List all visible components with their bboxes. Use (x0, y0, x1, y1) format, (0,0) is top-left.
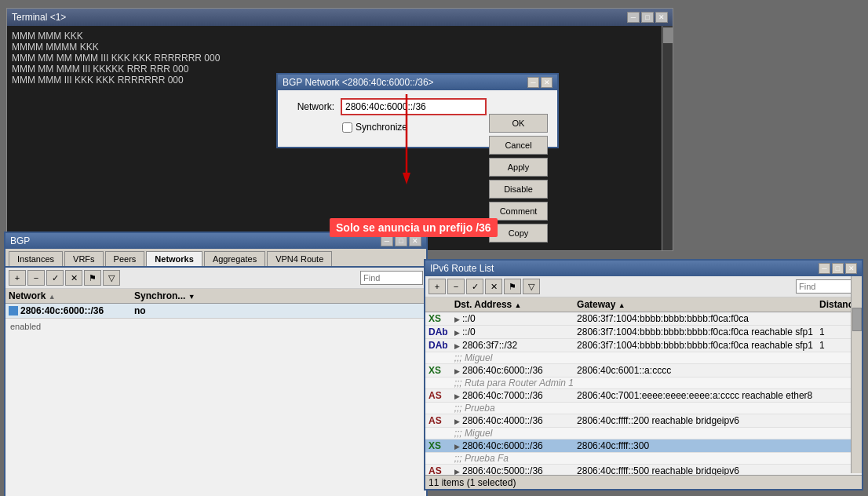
sync-cell: no (134, 305, 213, 316)
table-row[interactable]: ;;; Ruta para Router Admin 1 (425, 377, 862, 389)
ipv6-check-button[interactable]: ✓ (466, 279, 483, 294)
gateway-cell: 2806:40c:6001::a:cccc (574, 364, 816, 377)
copy-button[interactable]: Copy (489, 224, 548, 243)
ipv6-table-container: Dst. Address ▲ Gateway ▲ Distance XS ▶ :… (425, 297, 862, 479)
ipv6-find-input[interactable] (796, 279, 859, 294)
ipv6-titlebar: IPv6 Route List ─ □ ✕ (425, 261, 862, 276)
cancel-button[interactable]: Cancel (489, 136, 548, 155)
col-dst: Dst. Address ▲ (451, 297, 574, 312)
bgp-check-button[interactable]: ✓ (46, 270, 64, 286)
ipv6-scrollbar[interactable] (851, 276, 862, 473)
table-row[interactable]: DAb ▶ 2806:3f7::/32 2806:3f7:1004:bbbb:b… (425, 339, 862, 352)
bgp-status: enabled (5, 319, 426, 334)
table-row[interactable]: AS ▶ 2806:40c:4000::/36 2806:40c:ffff::2… (425, 414, 862, 428)
disable-button[interactable]: Disable (489, 180, 548, 199)
dialog-body: Network: Synchronize OK Cancel Apply Dis… (278, 90, 557, 147)
table-row[interactable]: DAb ▶ ::/0 2806:3f7:1004:bbbb:bbbb:bbbb:… (425, 326, 862, 339)
comment-button[interactable]: Comment (489, 202, 548, 221)
dst-cell: ▶ 2806:40c:4000::/36 (451, 414, 574, 428)
bgp-minimize-button[interactable]: ─ (381, 235, 393, 246)
terminal-close-button[interactable]: ✕ (655, 12, 668, 23)
bgp-remove-button[interactable]: − (27, 270, 45, 286)
network-input-row: Network: (287, 98, 487, 115)
terminal-line-3: MMM MM MM MMM III KKK KKK RRRRRRR 000 (12, 53, 668, 64)
ipv6-window-controls: ─ □ ✕ (819, 263, 857, 274)
apply-button[interactable]: Apply (489, 158, 548, 177)
ipv6-window: IPv6 Route List ─ □ ✕ + − ✓ ✕ ⚑ ▽ Dst. A… (424, 259, 863, 491)
dst-cell: ▶ ::/0 (451, 326, 574, 339)
tab-vpn4route[interactable]: VPN4 Route (267, 251, 332, 266)
bgp-find-input[interactable] (360, 271, 423, 285)
annotation-arrow (399, 94, 414, 188)
terminal-maximize-button[interactable]: □ (641, 12, 654, 23)
terminal-controls: ─ □ ✕ (627, 12, 668, 23)
tab-vrfs[interactable]: VRFs (64, 251, 104, 266)
annotation-label: Solo se anuncia un prefijo /36 (330, 218, 498, 237)
table-row[interactable]: AS ▶ 2806:40c:7000::/36 2806:40c:7001:ee… (425, 389, 862, 403)
ipv6-filter-button[interactable]: ▽ (523, 279, 540, 294)
gateway-cell: 2806:40c:ffff::200 reachable bridgeipv6 (574, 414, 816, 428)
comment-cell: ;;; Miguel (451, 428, 862, 439)
ipv6-add-button[interactable]: + (429, 279, 446, 294)
col-header-network: Network ▲ (9, 290, 134, 301)
tab-networks[interactable]: Networks (146, 251, 202, 266)
ipv6-minimize-button[interactable]: ─ (819, 263, 830, 274)
ipv6-table-header: Dst. Address ▲ Gateway ▲ Distance (425, 297, 862, 312)
table-row[interactable]: ;;; Prueba Fa (425, 453, 862, 465)
svg-marker-1 (403, 173, 410, 184)
ipv6-title: IPv6 Route List (430, 263, 494, 274)
type-cell: XS (425, 364, 451, 377)
table-row[interactable]: XS ▶ 2806:40c:6000::/36 2806:40c:6001::a… (425, 364, 862, 377)
bgp-title: BGP (10, 235, 30, 246)
terminal-scrollbar[interactable] (662, 26, 673, 250)
synchronize-checkbox[interactable] (342, 122, 352, 133)
synchronize-row: Synchronize (342, 122, 487, 133)
ok-button[interactable]: OK (489, 114, 548, 133)
terminal-minimize-button[interactable]: ─ (627, 12, 640, 23)
dialog-close-button[interactable]: ✕ (541, 77, 553, 88)
dst-cell: ▶ 2806:40c:6000::/36 (451, 439, 574, 453)
dialog-minimize-button[interactable]: ─ (527, 77, 539, 88)
ipv6-close-button[interactable]: ✕ (845, 263, 857, 274)
terminal-scroll-thumb[interactable] (663, 27, 673, 43)
bgp-cross-button[interactable]: ✕ (65, 270, 82, 286)
tab-instances[interactable]: Instances (9, 251, 63, 266)
ipv6-table: Dst. Address ▲ Gateway ▲ Distance XS ▶ :… (425, 297, 862, 479)
bgp-maximize-button[interactable]: □ (395, 235, 407, 246)
tab-peers[interactable]: Peers (105, 251, 145, 266)
comment-cell: ;;; Prueba Fa (451, 453, 862, 465)
table-row[interactable]: XS ▶ ::/0 2806:3f7:1004:bbbb:bbbb:bbbb:f… (425, 312, 862, 326)
network-cell: 2806:40c:6000::/36 (9, 305, 134, 316)
type-cell: XS (425, 439, 451, 453)
dst-cell: ▶ 2806:40c:6000::/36 (451, 364, 574, 377)
table-row[interactable]: XS ▶ 2806:40c:6000::/36 2806:40c:ffff::3… (425, 439, 862, 453)
bgp-flag-button[interactable]: ⚑ (84, 270, 101, 286)
bgp-window: BGP ─ □ ✕ Instances VRFs Peers Networks … (4, 232, 428, 496)
terminal-titlebar: Terminal <1> ─ □ ✕ (7, 9, 673, 26)
row-status-icon (9, 306, 18, 315)
ipv6-cross-button[interactable]: ✕ (485, 279, 502, 294)
bgp-close-button[interactable]: ✕ (409, 235, 421, 246)
ipv6-maximize-button[interactable]: □ (832, 263, 844, 274)
dialog-controls: ─ ✕ (527, 77, 553, 88)
table-row[interactable]: ;;; Miguel (425, 428, 862, 439)
dst-cell: ▶ 2806:40c:7000::/36 (451, 389, 574, 403)
type-cell (425, 453, 451, 465)
type-cell: AS (425, 414, 451, 428)
bgp-window-controls: ─ □ ✕ (381, 235, 421, 246)
ipv6-remove-button[interactable]: − (447, 279, 465, 294)
ipv6-scroll-thumb[interactable] (852, 308, 862, 331)
type-cell (425, 428, 451, 439)
bgp-add-button[interactable]: + (9, 270, 26, 286)
table-row[interactable]: ;;; Miguel (425, 352, 862, 364)
table-row[interactable]: ;;; Prueba (425, 403, 862, 414)
terminal-line-1: MMM MMM KKK (12, 31, 668, 42)
tab-aggregates[interactable]: Aggregates (204, 251, 265, 266)
bgp-toolbar: + − ✓ ✕ ⚑ ▽ (5, 268, 426, 289)
ipv6-flag-button[interactable]: ⚑ (504, 279, 521, 294)
bgp-table-row[interactable]: 2806:40c:6000::/36 no (5, 304, 426, 319)
col-type (425, 297, 451, 312)
bgp-filter-button[interactable]: ▽ (103, 270, 120, 286)
type-cell (425, 377, 451, 389)
gateway-cell: 2806:40c:7001:eeee:eeee:eeee:a:cccc reac… (574, 389, 816, 403)
